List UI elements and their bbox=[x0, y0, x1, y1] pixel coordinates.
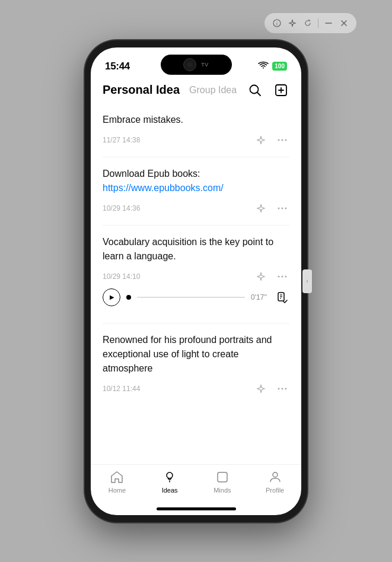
nav-item-profile[interactable]: Profile bbox=[248, 469, 301, 494]
wc-close-button[interactable] bbox=[337, 17, 350, 30]
status-right: 100 bbox=[258, 61, 287, 72]
idea-card-1: Embrace mistakes. 11/27 14:38 bbox=[103, 103, 289, 157]
epub-link[interactable]: https://www.epubbooks.com/ bbox=[103, 183, 224, 193]
minds-label: Minds bbox=[213, 487, 231, 494]
sparkle-button-3[interactable] bbox=[254, 269, 268, 284]
svg-point-23 bbox=[278, 388, 280, 389]
svg-point-18 bbox=[285, 275, 287, 277]
wc-refresh-button[interactable] bbox=[301, 17, 314, 30]
idea-text-2: Download Epub books: https://www.epubboo… bbox=[103, 167, 289, 195]
nav-item-home[interactable]: Home bbox=[91, 469, 144, 494]
more-button-2[interactable] bbox=[275, 201, 289, 215]
svg-point-25 bbox=[285, 388, 287, 389]
bottom-nav: Home Ideas Minds bbox=[91, 464, 301, 503]
app-header: Personal Idea Group Idea bbox=[91, 77, 301, 103]
idea-date-2: 10/29 14:36 bbox=[103, 204, 140, 212]
svg-point-12 bbox=[285, 139, 287, 141]
idea-card-3: Vocabulary acquisition is the key point … bbox=[103, 226, 289, 323]
svg-point-24 bbox=[282, 388, 283, 389]
battery-indicator: 100 bbox=[272, 62, 287, 71]
svg-rect-28 bbox=[218, 472, 227, 482]
audio-dot bbox=[126, 295, 131, 300]
idea-actions-2 bbox=[254, 201, 289, 215]
status-bar: 15:44 TV 100 bbox=[91, 47, 301, 77]
ideas-label: Ideas bbox=[162, 487, 178, 494]
idea-date-4: 10/12 11:44 bbox=[103, 385, 140, 393]
more-button-1[interactable] bbox=[275, 133, 289, 147]
audio-duration: 0'17'' bbox=[251, 293, 267, 301]
svg-point-26 bbox=[167, 472, 173, 478]
phone-frame: 15:44 TV 100 bbox=[85, 40, 307, 522]
appletv-label: TV bbox=[201, 62, 209, 68]
more-button-4[interactable] bbox=[275, 382, 289, 396]
play-button[interactable]: ▶ bbox=[103, 288, 120, 306]
search-button[interactable] bbox=[247, 82, 263, 99]
minds-icon bbox=[215, 469, 230, 485]
svg-point-17 bbox=[282, 275, 283, 277]
compose-button[interactable] bbox=[273, 82, 289, 99]
home-bar bbox=[157, 507, 236, 510]
audio-progress-bar[interactable] bbox=[137, 297, 245, 298]
wc-sparkle-button[interactable] bbox=[286, 17, 299, 30]
svg-point-10 bbox=[278, 139, 280, 141]
sparkle-button-4[interactable] bbox=[254, 382, 268, 396]
wc-separator bbox=[318, 18, 318, 28]
svg-text:i: i bbox=[276, 21, 278, 27]
ideas-content: Embrace mistakes. 11/27 14:38 bbox=[91, 103, 301, 464]
idea-text-4: Renowned for his profound portraits and … bbox=[103, 333, 289, 376]
home-indicator bbox=[91, 503, 301, 515]
header-icons bbox=[247, 82, 289, 99]
home-label: Home bbox=[109, 487, 126, 494]
svg-line-6 bbox=[257, 93, 260, 96]
wc-info-button[interactable]: i bbox=[270, 17, 283, 30]
idea-actions-4 bbox=[254, 382, 289, 396]
window-controls-bar: i bbox=[264, 13, 356, 33]
profile-icon bbox=[267, 469, 283, 485]
svg-point-11 bbox=[282, 139, 283, 141]
sidebar-chevron[interactable]: › bbox=[302, 269, 312, 293]
idea-text-1: Embrace mistakes. bbox=[103, 113, 289, 127]
svg-point-29 bbox=[273, 472, 278, 477]
idea-actions-1 bbox=[254, 133, 289, 147]
profile-label: Profile bbox=[266, 487, 284, 494]
dynamic-island: TV bbox=[161, 55, 232, 75]
idea-card-2: Download Epub books: https://www.epubboo… bbox=[103, 157, 289, 226]
sparkle-button-2[interactable] bbox=[254, 201, 268, 215]
wifi-icon bbox=[258, 61, 269, 72]
nav-item-ideas[interactable]: Ideas bbox=[144, 469, 196, 494]
svg-point-15 bbox=[285, 207, 287, 209]
status-time: 15:44 bbox=[105, 61, 130, 72]
wc-minimize-button[interactable] bbox=[322, 17, 335, 30]
idea-text-3: Vocabulary acquisition is the key point … bbox=[103, 235, 289, 263]
tab-group-idea[interactable]: Group Idea bbox=[189, 85, 247, 96]
idea-meta-1: 11/27 14:38 bbox=[103, 133, 289, 147]
idea-actions-3 bbox=[254, 269, 289, 284]
svg-point-13 bbox=[278, 207, 280, 209]
phone-screen: 15:44 TV 100 bbox=[91, 47, 301, 515]
svg-point-14 bbox=[282, 207, 283, 209]
nav-item-minds[interactable]: Minds bbox=[196, 469, 249, 494]
more-button-3[interactable] bbox=[275, 269, 289, 284]
svg-point-16 bbox=[278, 275, 280, 277]
sparkle-button-1[interactable] bbox=[254, 133, 268, 147]
transcribe-button[interactable] bbox=[273, 289, 289, 306]
idea-date-3: 10/29 14:10 bbox=[103, 272, 140, 281]
tab-personal-idea[interactable]: Personal Idea bbox=[103, 83, 180, 97]
play-icon: ▶ bbox=[110, 294, 114, 300]
idea-text-before-link: Download Epub books: bbox=[103, 169, 200, 179]
ideas-icon bbox=[162, 469, 177, 485]
idea-meta-4: 10/12 11:44 bbox=[103, 382, 289, 396]
home-icon bbox=[109, 469, 125, 485]
idea-meta-2: 10/29 14:36 bbox=[103, 201, 289, 215]
audio-player: ▶ 0'17'' bbox=[103, 284, 289, 313]
idea-card-4: Renowned for his profound portraits and … bbox=[103, 323, 289, 405]
di-camera-icon bbox=[183, 58, 196, 71]
idea-meta-3: 10/29 14:10 bbox=[103, 269, 289, 284]
idea-date-1: 11/27 14:38 bbox=[103, 136, 140, 144]
